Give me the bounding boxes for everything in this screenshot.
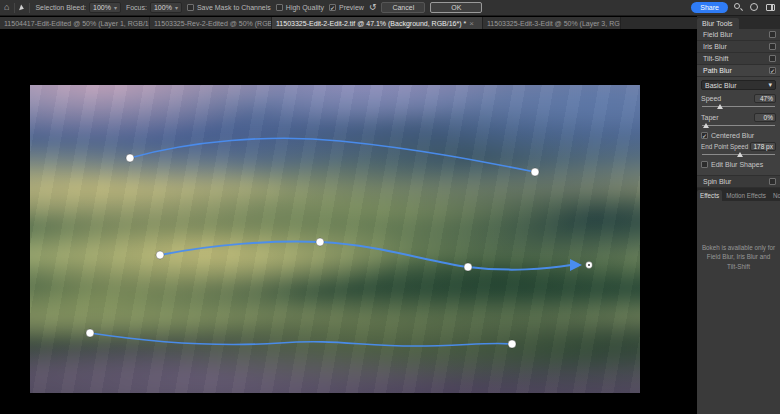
- workspace-switcher-icon[interactable]: [765, 2, 776, 13]
- field-blur-row[interactable]: Field Blur: [697, 29, 780, 41]
- iris-blur-label: Iris Blur: [703, 43, 727, 50]
- high-quality-label: High Quality: [286, 4, 324, 11]
- search-icon[interactable]: [733, 2, 744, 13]
- high-quality-option[interactable]: High Quality: [276, 4, 324, 11]
- blur-path-middle-curve-point[interactable]: [316, 238, 324, 246]
- end-point-speed-param: End Point Speed 178 px: [701, 142, 776, 151]
- divider: [14, 3, 15, 13]
- blur-path-middle-curve-point-2[interactable]: [464, 263, 472, 271]
- blur-tools-panel: Blur Tools Field Blur Iris Blur Tilt-Shi…: [697, 16, 780, 414]
- taper-slider-thumb[interactable]: [703, 123, 709, 128]
- document-tab-3-label: 11503325-Edit-2-Edit-2.tif @ 47.1% (Back…: [276, 20, 466, 27]
- spin-blur-label: Spin Blur: [703, 178, 731, 185]
- taper-value-field[interactable]: 0%: [754, 113, 776, 122]
- taper-param: Taper 0%: [701, 113, 776, 122]
- account-icon-circle: [750, 3, 758, 11]
- close-icon[interactable]: ×: [469, 19, 474, 28]
- selection-bleed-label: Selection Bleed:: [35, 4, 86, 11]
- centered-blur-label: Centered Blur: [711, 132, 754, 139]
- effects-tab-strip: Effects Motion Effects Noise: [697, 188, 780, 201]
- blur-path-bottom-end-point[interactable]: [508, 340, 516, 348]
- focus-value-text: 100%: [154, 4, 172, 11]
- tab-motion-effects[interactable]: Motion Effects: [723, 190, 769, 201]
- iris-blur-checkbox[interactable]: [769, 43, 776, 50]
- end-point-speed-slider-thumb[interactable]: [737, 152, 743, 157]
- iris-blur-row[interactable]: Iris Blur: [697, 41, 780, 53]
- blur-path-top-end-point[interactable]: [531, 168, 539, 176]
- end-point-speed-value-field[interactable]: 178 px: [750, 142, 776, 151]
- tilt-shift-checkbox[interactable]: [769, 55, 776, 62]
- blur-path-arrow-icon[interactable]: [570, 259, 582, 271]
- speed-slider-track: [702, 106, 775, 107]
- blur-tool-icon[interactable]: [20, 4, 26, 11]
- edit-blur-shapes-checkbox[interactable]: [701, 161, 708, 168]
- spin-blur-checkbox[interactable]: [769, 178, 776, 185]
- tab-noise[interactable]: Noise: [770, 190, 780, 201]
- reset-blur-icon[interactable]: ↺: [369, 3, 377, 12]
- tilt-shift-row[interactable]: Tilt-Shift: [697, 53, 780, 65]
- save-mask-label: Save Mask to Channels: [197, 4, 271, 11]
- focus-control: Focus: 100% ▾: [126, 2, 182, 13]
- save-mask-checkbox[interactable]: [187, 4, 194, 11]
- save-mask-option[interactable]: Save Mask to Channels: [187, 4, 271, 11]
- speed-slider[interactable]: [702, 104, 775, 110]
- effects-panel-body: Bokeh is available only for Field Blur, …: [697, 201, 780, 401]
- blur-path-middle-start-point[interactable]: [156, 251, 164, 259]
- chevron-down-icon: ▾: [114, 4, 117, 11]
- photo-document[interactable]: [30, 85, 640, 393]
- document-tab-1[interactable]: 11504417-Edit-Edited @ 50% (Layer 1, RGB…: [0, 17, 150, 29]
- spin-blur-row[interactable]: Spin Blur: [697, 176, 780, 188]
- document-tab-4-label: 11503325-Edit-3-Edit @ 50% (Layer 3, RGB…: [487, 20, 621, 27]
- focus-value[interactable]: 100% ▾: [150, 2, 182, 13]
- speed-label: Speed: [701, 95, 721, 102]
- preview-option[interactable]: ✓ Preview: [329, 4, 364, 11]
- selection-bleed-value-text: 100%: [93, 4, 111, 11]
- path-blur-checkbox[interactable]: ✓: [769, 67, 776, 74]
- document-tab-bar: 11504417-Edit-Edited @ 50% (Layer 1, RGB…: [0, 17, 780, 29]
- preview-checkbox[interactable]: ✓: [329, 4, 336, 11]
- canvas-area[interactable]: [0, 29, 697, 414]
- field-blur-checkbox[interactable]: [769, 31, 776, 38]
- taper-label: Taper: [701, 114, 719, 121]
- path-blur-row[interactable]: Path Blur ✓: [697, 65, 780, 77]
- ok-button[interactable]: OK: [430, 2, 482, 13]
- search-icon-handle: [740, 8, 743, 11]
- blur-path-speed-end-dot: [588, 264, 590, 266]
- end-point-speed-slider[interactable]: [702, 152, 775, 158]
- speed-param: Speed 47%: [701, 94, 776, 103]
- selection-bleed-control: Selection Bleed: 100% ▾: [35, 2, 121, 13]
- tab-effects[interactable]: Effects: [697, 190, 722, 201]
- blur-path-top-start-point[interactable]: [126, 154, 134, 162]
- blur-path-bottom[interactable]: [90, 333, 512, 346]
- document-tab-3-active[interactable]: 11503325-Edit-2-Edit-2.tif @ 47.1% (Back…: [272, 17, 483, 29]
- high-quality-checkbox[interactable]: [276, 4, 283, 11]
- edit-blur-shapes-label: Edit Blur Shapes: [711, 161, 763, 168]
- taper-slider[interactable]: [702, 123, 775, 129]
- account-icon[interactable]: [749, 2, 760, 13]
- blur-gallery-options-bar: ⌂ Selection Bleed: 100% ▾ Focus: 100% ▾ …: [0, 0, 780, 16]
- blur-path-middle[interactable]: [160, 242, 571, 270]
- path-blur-settings: Basic Blur ▾ Speed 47% Taper 0% ✓ Center…: [697, 77, 780, 176]
- effects-unavailable-message: Bokeh is available only for Field Blur, …: [701, 243, 776, 271]
- document-tab-2[interactable]: 11503325-Rev-2-Edited @ 50% (RGB/16*) ×: [150, 17, 272, 29]
- taper-slider-track: [702, 125, 775, 126]
- edit-blur-shapes-option[interactable]: Edit Blur Shapes: [701, 161, 776, 168]
- tilt-shift-label: Tilt-Shift: [703, 55, 728, 62]
- blur-type-dropdown[interactable]: Basic Blur ▾: [701, 80, 776, 90]
- blur-path-bottom-start-point[interactable]: [86, 329, 94, 337]
- centered-blur-checkbox[interactable]: ✓: [701, 132, 708, 139]
- speed-slider-thumb[interactable]: [717, 104, 723, 109]
- document-tab-4[interactable]: 11503325-Edit-3-Edit @ 50% (Layer 3, RGB…: [483, 17, 621, 29]
- workspace-icon-panel: [771, 5, 773, 10]
- cancel-button[interactable]: Cancel: [381, 2, 425, 13]
- blur-path-top[interactable]: [130, 138, 535, 172]
- share-button[interactable]: Share: [691, 2, 728, 13]
- selection-bleed-value[interactable]: 100% ▾: [89, 2, 121, 13]
- home-icon[interactable]: ⌂: [4, 3, 9, 12]
- chevron-down-icon: ▾: [768, 81, 772, 89]
- end-point-speed-label: End Point Speed: [701, 143, 748, 150]
- centered-blur-option[interactable]: ✓ Centered Blur: [701, 132, 776, 139]
- blur-tools-panel-tab[interactable]: Blur Tools: [697, 18, 739, 29]
- speed-value-field[interactable]: 47%: [754, 94, 776, 103]
- preview-label: Preview: [339, 4, 364, 11]
